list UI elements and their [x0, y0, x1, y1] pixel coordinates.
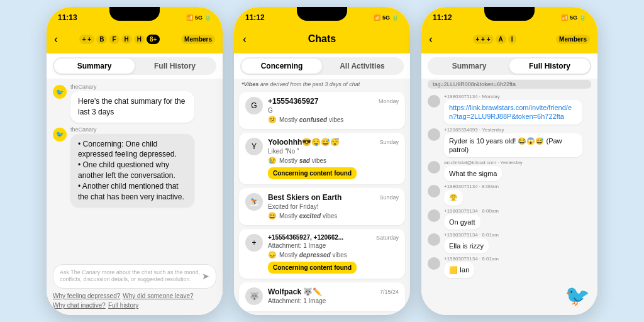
- chat-item-avatar-4: 🐺: [245, 287, 263, 305]
- tab-summary-3[interactable]: Summary: [429, 58, 509, 74]
- qr-1[interactable]: Why feeling depressed?: [53, 292, 120, 299]
- tab-concerning-2[interactable]: Concerning: [242, 58, 322, 74]
- msg-text-4: On gyatt: [444, 214, 480, 230]
- tab-allactivities-2[interactable]: All Activities: [322, 58, 402, 74]
- msg-row-1: 🐦 theCanary Here's the chat summary for …: [53, 84, 216, 123]
- chat-item-avatar-3: +: [245, 234, 263, 252]
- msg-text-3: 😤: [444, 190, 463, 205]
- msg-avatar-4: [428, 209, 440, 222]
- msg-meta-1: +12065334093 · Yesterday: [444, 127, 582, 133]
- chat-item-date-4: 7/15/24: [380, 289, 399, 295]
- qr-2[interactable]: Why did someone leave?: [123, 292, 193, 299]
- chat-input-box-1[interactable]: Ask The Canary more about the chat such …: [53, 264, 216, 289]
- vibes-row-0: 😕 Mostly confused vibes: [268, 116, 399, 124]
- chat-item-name-4: Wolfpack 🐺✏️: [268, 287, 322, 296]
- concerning-badge-1: Concerning content found: [268, 167, 357, 179]
- chat-item-subtitle-2: Excited for Friday!: [268, 203, 399, 210]
- chat-item-name-1: Yoloohhh😎🤤😅😴: [268, 138, 340, 147]
- phone-1: 11:13 📶 5G 🔋 ‹ + + B F H H 8+ Members Su…: [47, 7, 223, 315]
- msg-meta-2: an.christal@icloud.com · Yesterday: [444, 160, 523, 165]
- canary-avatar-1: 🐦: [53, 85, 67, 99]
- msg-item-6: +19803075134 · 8:01am 🟨 Ian: [428, 256, 591, 277]
- chat-item-subtitle-4: Attachment: 1 Image: [268, 297, 399, 304]
- badge-h1-1: H: [121, 35, 132, 44]
- chat-item-avatar-0: G: [245, 97, 263, 114]
- status-icons-1: 📶 5G 🔋: [186, 14, 211, 21]
- chat-input-area-1: Ask The Canary more about the chat such …: [47, 260, 223, 315]
- msg-bubble-2: • Concerning: One child expressed feelin…: [70, 134, 194, 208]
- phone-header-2: ‹ Chats: [234, 26, 410, 53]
- chat-item-name-3: +15554365927, +120662...: [268, 234, 343, 241]
- msg-content-4: +19803075134 · 8:00am On gyatt: [444, 208, 499, 230]
- chat-item-row-4: 🐺 Wolfpack 🐺✏️ 7/15/24 Attachment: 1 Ima…: [245, 287, 399, 306]
- msg-link-0: https://link.brawlstars.com/invite/frien…: [449, 104, 572, 120]
- status-icons-3: 📶 5G 🔋: [561, 14, 586, 21]
- signal-icon-3: 📶: [561, 14, 568, 21]
- vibes-row-1: 😢 Mostly sad vibes: [268, 157, 399, 165]
- chat-item-date-0: Monday: [379, 98, 399, 104]
- chat-item-date-3: Saturday: [376, 235, 399, 241]
- msg-avatar-5: [428, 233, 440, 246]
- tab-bar-1: Summary Full History: [53, 57, 216, 75]
- chat-list-2: G +15554365927 Monday G 😕 Mostly confuse…: [234, 90, 410, 315]
- bird-mascot: 🐦: [565, 284, 590, 308]
- vibes-note-2: *Vibes are derived from the past 3 days …: [234, 79, 410, 90]
- msg-meta-6: +19803075134 · 8:01am: [444, 256, 499, 262]
- chat-item-content-4: Wolfpack 🐺✏️ 7/15/24 Attachment: 1 Image: [268, 287, 399, 306]
- phone-notch-3: [484, 7, 535, 21]
- phone-header-3: ‹ + + + A I Members: [421, 26, 597, 53]
- badge-plus-1: + +: [79, 35, 94, 44]
- header-badges-1: + + B F H H 8+: [79, 35, 160, 44]
- msg-text-0: https://link.brawlstars.com/invite/frien…: [444, 100, 582, 125]
- list-item-0[interactable]: G +15554365927 Monday G 😕 Mostly confuse…: [239, 92, 405, 129]
- chat-item-subtitle-3: Attachment: 1 Image: [268, 242, 399, 249]
- members-label-1[interactable]: Members: [181, 35, 215, 44]
- back-button-1[interactable]: ‹: [54, 33, 58, 46]
- chat-item-header-1: Yoloohhh😎🤤😅😴 Sunday: [268, 138, 399, 147]
- members-label-3[interactable]: Members: [556, 35, 590, 44]
- chat-item-date-1: Sunday: [379, 139, 399, 145]
- chat-item-content-2: Best Skiers on Earth Sunday Excited for …: [268, 193, 399, 220]
- header-title-2: Chats: [308, 33, 336, 45]
- vibes-text-1: Mostly sad vibes: [279, 157, 326, 164]
- tab-bar-2: Concerning All Activities: [240, 57, 404, 75]
- msg-item-3: +19803075134 · 8:00am 😤: [428, 184, 591, 205]
- chat-item-avatar-2: ⛷️: [245, 193, 263, 211]
- back-button-3[interactable]: ‹: [429, 33, 433, 46]
- list-item-3[interactable]: + +15554365927, +120662... Saturday Atta…: [239, 229, 405, 279]
- msg-item-2: an.christal@icloud.com · Yesterday What …: [428, 160, 591, 181]
- msg-content-5: +19803075134 · 8:01am Ella is rizzy: [444, 232, 499, 253]
- phone-body-2: *Vibes are derived from the past 3 days …: [234, 79, 410, 315]
- tab-fullhistory-1[interactable]: Full History: [135, 58, 215, 74]
- badge-count-1: 8+: [147, 35, 160, 44]
- vibes-row-2: 😄 Mostly excited vibes: [268, 212, 399, 220]
- send-icon-1[interactable]: ➤: [202, 270, 209, 282]
- qr-3[interactable]: Why chat inactive?: [53, 302, 106, 309]
- list-item-4[interactable]: 🐺 Wolfpack 🐺✏️ 7/15/24 Attachment: 1 Ima…: [239, 282, 405, 311]
- chat-item-row-1: Y Yoloohhh😎🤤😅😴 Sunday Liked "No " 😢 Most…: [245, 138, 399, 179]
- signal-icon-1: 📶: [186, 14, 193, 21]
- msg-content-2: an.christal@icloud.com · Yesterday What …: [444, 160, 523, 181]
- list-item-1[interactable]: Y Yoloohhh😎🤤😅😴 Sunday Liked "No " 😢 Most…: [239, 133, 405, 184]
- msg-text-1: Ryder is 10 years old! 😂😱😅 (Paw patrol): [444, 133, 582, 158]
- header-badges-3: + + + A I: [473, 35, 516, 44]
- msg-avatar-6: [428, 257, 440, 270]
- back-button-2[interactable]: ‹: [243, 33, 247, 46]
- qr-4[interactable]: Full history: [108, 302, 138, 309]
- msg-text-2: What the sigma: [444, 166, 502, 181]
- list-item-2[interactable]: ⛷️ Best Skiers on Earth Sunday Excited f…: [239, 188, 405, 225]
- chat-item-header-3: +15554365927, +120662... Saturday: [268, 234, 399, 241]
- msg-content-1: +12065334093 · Yesterday Ryder is 10 yea…: [444, 127, 582, 158]
- msg-meta-3: +19803075134 · 8:00am: [444, 184, 499, 189]
- msg-bubble-1: Here's the chat summary for the last 3 d…: [70, 91, 194, 123]
- chat-item-subtitle-1: Liked "No ": [268, 148, 399, 155]
- tab-fullhistory-3[interactable]: Full History: [509, 58, 590, 74]
- msg-item-5: +19803075134 · 8:01am Ella is rizzy: [428, 232, 591, 253]
- vibes-text-2: Mostly excited vibes: [279, 213, 337, 219]
- vibes-icon-1: 😢: [268, 157, 277, 165]
- chat-item-content-3: +15554365927, +120662... Saturday Attach…: [268, 234, 399, 274]
- tab-summary-1[interactable]: Summary: [54, 58, 135, 74]
- msg-meta-4: +19803075134 · 8:00am: [444, 208, 499, 214]
- phone-notch-2: [297, 7, 347, 21]
- msg-avatar-3: [428, 185, 440, 197]
